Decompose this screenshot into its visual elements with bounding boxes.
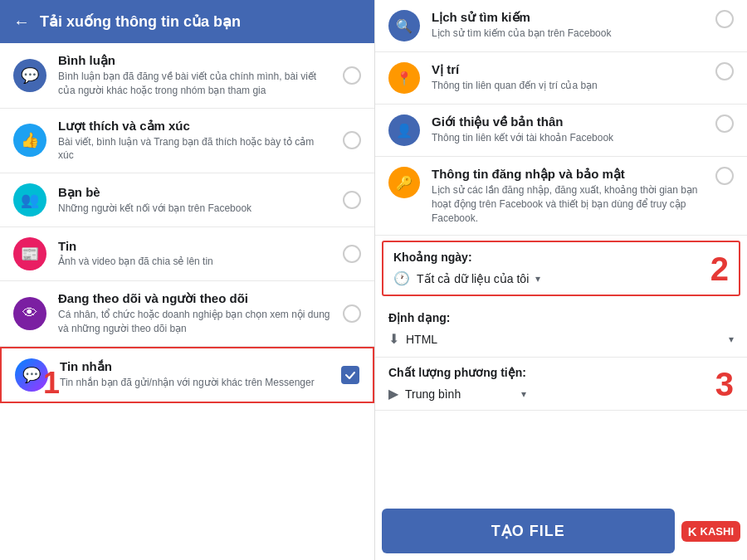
kashi-name: KASHI [701, 525, 734, 538]
item-desc: Cá nhân, tổ chức hoặc doanh nghiệp bạn c… [58, 308, 331, 336]
radio-button[interactable] [343, 304, 361, 323]
create-file-button[interactable]: TẠO FILE [382, 509, 675, 553]
item-desc: Ảnh và video bạn đã chia sẻ lên tin [58, 255, 331, 269]
like-icon: 👍 [13, 124, 46, 157]
radio-button[interactable] [715, 62, 734, 80]
right-list-item[interactable]: 📍 Vị trí Thông tin liên quan đến vị trí … [375, 52, 747, 105]
item-desc: Tin nhắn bạn đã gửi/nhận với người khác … [60, 376, 330, 390]
security-icon: 🔑 [388, 167, 420, 198]
item-desc: Những người kết nối với bạn trên Faceboo… [58, 202, 331, 216]
location-icon: 📍 [388, 62, 420, 94]
news-icon: 📰 [13, 237, 46, 270]
format-section: Định dạng: ⬇ HTML ▾ [375, 301, 747, 358]
step-2-badge: 2 [710, 252, 729, 285]
item-desc: Lịch sử tìm kiếm của bạn trên Facebook [432, 27, 704, 41]
right-list-item[interactable]: 🔍 Lịch sử tìm kiếm Lịch sử tìm kiếm của … [375, 0, 747, 52]
right-panel: 🔍 Lịch sử tìm kiếm Lịch sử tìm kiếm của … [375, 0, 747, 560]
list-item[interactable]: 👥 Bạn bè Những người kết nối với bạn trê… [0, 173, 374, 227]
item-desc: Bình luận bạn đã đăng về bài viết của ch… [58, 70, 331, 98]
date-range-value: Tất cả dữ liệu của tôi [417, 272, 529, 285]
format-label: Định dạng: [388, 311, 734, 324]
date-range-section: Khoảng ngày: 🕐 Tất cả dữ liệu của tôi ▾ … [382, 241, 740, 296]
kashi-k-letter: K [688, 524, 697, 538]
list-item[interactable]: 💬 Bình luận Bình luận bạn đã đăng về bài… [0, 43, 374, 109]
radio-button[interactable] [715, 10, 734, 28]
left-list: 💬 Bình luận Bình luận bạn đã đăng về bài… [0, 43, 374, 560]
date-range-label: Khoảng ngày: [393, 251, 540, 264]
chevron-down-icon: ▾ [535, 273, 540, 285]
item-title: Thông tin đăng nhập và bảo mật [432, 167, 704, 182]
step-3-badge: 3 [715, 368, 734, 401]
item-title: Bạn bè [58, 185, 331, 200]
quality-value: Trung bình [405, 387, 515, 401]
item-title: Lịch sử tìm kiếm [432, 10, 704, 25]
right-list-item[interactable]: 👤 Giới thiệu về bản thân Thông tin liên … [375, 105, 747, 157]
comment-icon: 💬 [13, 59, 46, 92]
item-title: Lượt thích và cảm xúc [58, 119, 331, 134]
format-select[interactable]: ⬇ HTML ▾ [388, 331, 734, 347]
header: ← Tải xuống thông tin của bạn [0, 0, 374, 43]
radio-button[interactable] [343, 131, 361, 149]
item-desc: Bài viết, bình luận và Trang bạn đã thíc… [58, 135, 331, 163]
create-file-label: TẠO FILE [491, 522, 565, 540]
format-value: HTML [406, 333, 722, 346]
profile-icon: 👤 [388, 114, 420, 146]
left-panel: ← Tải xuống thông tin của bạn 💬 Bình luậ… [0, 0, 375, 560]
item-title: Tin [58, 239, 331, 253]
item-title: Giới thiệu về bản thân [432, 114, 704, 129]
search-history-icon: 🔍 [388, 10, 420, 41]
item-desc: Thông tin liên quan đến vị trí của bạn [432, 79, 704, 93]
item-desc: Thông tin liên kết với tài khoản Faceboo… [432, 131, 704, 145]
back-button[interactable]: ← [13, 12, 30, 32]
item-title: Bình luận [58, 53, 331, 68]
list-item[interactable]: 📰 Tin Ảnh và video bạn đã chia sẻ lên ti… [0, 227, 374, 281]
page-title: Tải xuống thông tin của bạn [40, 12, 241, 31]
item-title: Tin nhắn [60, 359, 330, 374]
date-range-select[interactable]: 🕐 Tất cả dữ liệu của tôi ▾ [393, 270, 540, 286]
quality-label: Chất lượng phương tiện: [388, 366, 526, 379]
item-title: Vị trí [432, 62, 704, 77]
item-title: Đang theo dõi và người theo dõi [58, 291, 331, 306]
friends-icon: 👥 [13, 183, 46, 217]
list-item[interactable]: 👍 Lượt thích và cảm xúc Bài viết, bình l… [0, 109, 374, 174]
step-1-badge: 1 [43, 368, 60, 398]
radio-button[interactable] [343, 191, 361, 209]
right-list-item[interactable]: 🔑 Thông tin đăng nhập và bảo mật Lịch sử… [375, 157, 747, 236]
list-item-messages[interactable]: 💬 Tin nhắn Tin nhắn bạn đã gửi/nhận với … [0, 347, 374, 403]
radio-button[interactable] [343, 245, 361, 263]
quality-section: Chất lượng phương tiện: ▶ Trung bình ▾ 3 [375, 358, 747, 411]
list-item[interactable]: 👁 Đang theo dõi và người theo dõi Cá nhâ… [0, 281, 374, 347]
radio-button[interactable] [343, 66, 361, 85]
item-desc: Lịch sử các lần đăng nhập, đăng xuất, kh… [432, 183, 704, 225]
download-icon: ⬇ [388, 331, 399, 347]
bottom-section: TẠO FILE K KASHI [375, 509, 747, 560]
video-icon: ▶ [388, 386, 398, 402]
following-icon: 👁 [13, 297, 46, 330]
chevron-down-icon: ▾ [729, 334, 734, 345]
kashi-badge: K KASHI [681, 521, 740, 542]
chevron-down-icon: ▾ [521, 388, 526, 400]
right-list: 🔍 Lịch sử tìm kiếm Lịch sử tìm kiếm của … [375, 0, 747, 509]
quality-select[interactable]: ▶ Trung bình ▾ [388, 386, 526, 402]
checkbox[interactable] [341, 366, 359, 384]
clock-icon: 🕐 [393, 270, 410, 286]
radio-button[interactable] [715, 167, 734, 185]
radio-button[interactable] [715, 114, 734, 133]
